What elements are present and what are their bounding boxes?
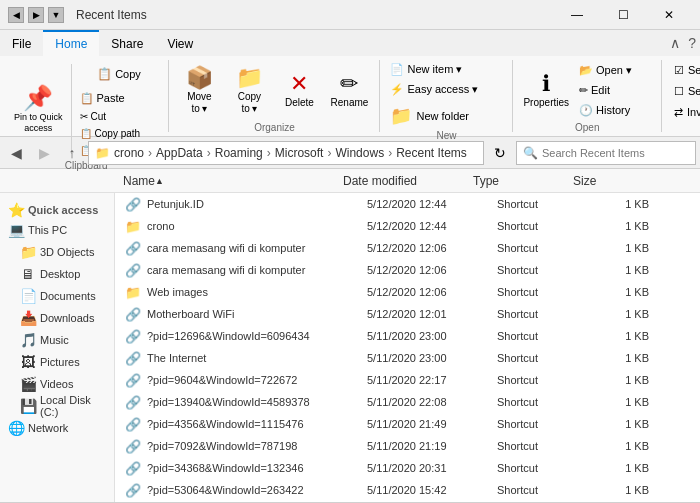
file-date: 5/12/2020 12:06 (367, 286, 497, 298)
crumb-roaming[interactable]: Roaming (215, 146, 263, 160)
ribbon-collapse-icon[interactable]: ∧ (670, 35, 680, 51)
history-button[interactable]: 🕐 History (575, 101, 655, 119)
sidebar-item-quick-access[interactable]: ⭐ Quick access (0, 197, 114, 219)
table-row[interactable]: 🔗 ?pid=9604&WindowId=722672 5/11/2020 22… (115, 369, 700, 391)
open-col: 📂 Open ▾ ✏ Edit 🕐 History (575, 61, 655, 119)
invert-selection-button[interactable]: ⇄ Invert selection (668, 102, 700, 122)
file-icon: 🔗 (123, 329, 143, 344)
file-date: 5/12/2020 12:44 (367, 198, 497, 210)
table-row[interactable]: 🔗 Petunjuk.ID 5/12/2020 12:44 Shortcut 1… (115, 193, 700, 215)
table-row[interactable]: 🔗 ?pid=9356&WindowId=1773090 5/11/2020 1… (115, 501, 700, 502)
minimize-button[interactable]: ― (554, 0, 600, 30)
col-header-name[interactable]: Name ▲ (115, 169, 335, 192)
file-type: Shortcut (497, 440, 597, 452)
up-button[interactable]: ↑ (60, 141, 84, 165)
table-row[interactable]: 🔗 ?pid=13940&WindowId=4589378 5/11/2020 … (115, 391, 700, 413)
crumb-windows[interactable]: Windows (335, 146, 384, 160)
col-header-type[interactable]: Type (465, 169, 565, 192)
3d-objects-label: 3D Objects (40, 246, 94, 258)
properties-button[interactable]: ℹ Properties (519, 60, 573, 120)
table-row[interactable]: 🔗 ?pid=4356&WindowId=1115476 5/11/2020 2… (115, 413, 700, 435)
file-icon: 🔗 (123, 395, 143, 410)
sidebar-item-documents[interactable]: 📄 Documents (0, 285, 114, 307)
select-none-button[interactable]: ☐ Select none (668, 81, 700, 101)
properties-label: Properties (523, 97, 569, 109)
music-label: Music (40, 334, 69, 346)
delete-button[interactable]: ✕ Delete (275, 60, 323, 120)
copy-to-button[interactable]: 📁 Copyto ▾ (225, 60, 273, 120)
table-row[interactable]: 📁 crono 5/12/2020 12:44 Shortcut 1 KB (115, 215, 700, 237)
address-path[interactable]: 📁 crono › AppData › Roaming › Microsoft … (88, 141, 484, 165)
col-header-size[interactable]: Size (565, 169, 625, 192)
cut-button[interactable]: ✂ Cut (76, 108, 163, 124)
downloads-icon: 📥 (20, 310, 36, 326)
edit-button[interactable]: ✏ Edit (575, 81, 655, 99)
move-to-button[interactable]: 📦 Moveto ▾ (175, 60, 223, 120)
crumb-recent[interactable]: Recent Items (396, 146, 467, 160)
new-item-button[interactable]: 📄 New item ▾ (386, 60, 506, 78)
search-box[interactable]: 🔍 (516, 141, 696, 165)
file-name: Web images (147, 286, 367, 298)
forward-button[interactable]: ▶ (32, 141, 56, 165)
tab-share[interactable]: Share (99, 30, 155, 56)
easy-access-label: Easy access ▾ (407, 83, 478, 96)
file-date: 5/12/2020 12:06 (367, 242, 497, 254)
search-input[interactable] (542, 147, 689, 159)
table-row[interactable]: 🔗 cara memasang wifi di komputer 5/12/20… (115, 237, 700, 259)
file-size: 1 KB (597, 418, 657, 430)
sidebar-item-pictures[interactable]: 🖼 Pictures (0, 351, 114, 373)
table-row[interactable]: 🔗 ?pid=7092&WindowId=787198 5/11/2020 21… (115, 435, 700, 457)
easy-access-button[interactable]: ⚡ Easy access ▾ (386, 80, 506, 98)
table-row[interactable]: 🔗 Motherboard WiFi 5/12/2020 12:01 Short… (115, 303, 700, 325)
file-name: ?pid=13940&WindowId=4589378 (147, 396, 367, 408)
copy-button[interactable]: 📋 Copy (76, 60, 163, 88)
sidebar-item-downloads[interactable]: 📥 Downloads (0, 307, 114, 329)
tb-icon-2[interactable]: ▶ (28, 7, 44, 23)
sidebar-item-videos[interactable]: 🎬 Videos (0, 373, 114, 395)
table-row[interactable]: 🔗 ?pid=12696&WindowId=6096434 5/11/2020 … (115, 325, 700, 347)
tb-icon-3[interactable]: ▼ (48, 7, 64, 23)
crumb-appdata[interactable]: AppData (156, 146, 203, 160)
sidebar-item-3d-objects[interactable]: 📁 3D Objects (0, 241, 114, 263)
open-label: Open ▾ (596, 64, 632, 77)
copy-path-button[interactable]: 📋 Copy path (76, 125, 163, 141)
file-icon: 📁 (123, 285, 143, 300)
tb-icon-1[interactable]: ◀ (8, 7, 24, 23)
history-icon: 🕐 (579, 104, 593, 117)
table-row[interactable]: 🔗 ?pid=34368&WindowId=132346 5/11/2020 2… (115, 457, 700, 479)
file-type: Shortcut (497, 484, 597, 496)
close-button[interactable]: ✕ (646, 0, 692, 30)
sidebar-item-local-disk[interactable]: 💾 Local Disk (C:) (0, 395, 114, 417)
file-icon: 🔗 (123, 241, 143, 256)
file-icon: 🔗 (123, 483, 143, 498)
pin-to-quick-access-button[interactable]: 📌 Pin to Quickaccess (10, 79, 67, 139)
tab-view[interactable]: View (155, 30, 205, 56)
tab-file[interactable]: File (0, 30, 43, 56)
sidebar-item-music[interactable]: 🎵 Music (0, 329, 114, 351)
tab-home[interactable]: Home (43, 30, 99, 56)
file-date: 5/11/2020 23:00 (367, 330, 497, 342)
help-icon[interactable]: ? (688, 35, 696, 51)
file-size: 1 KB (597, 352, 657, 364)
table-row[interactable]: 📁 Web images 5/12/2020 12:06 Shortcut 1 … (115, 281, 700, 303)
file-name: The Internet (147, 352, 367, 364)
select-all-button[interactable]: ☑ Select all (668, 60, 700, 80)
rename-button[interactable]: ✏ Rename (325, 60, 373, 120)
sidebar-item-this-pc[interactable]: 💻 This PC (0, 219, 114, 241)
new-folder-button[interactable]: 📁 New folder (386, 104, 473, 128)
paste-button[interactable]: 📋 Paste (76, 89, 163, 107)
sidebar-item-desktop[interactable]: 🖥 Desktop (0, 263, 114, 285)
table-row[interactable]: 🔗 cara memasang wifi di komputer 5/12/20… (115, 259, 700, 281)
refresh-button[interactable]: ↻ (488, 141, 512, 165)
crumb-crono[interactable]: crono (114, 146, 144, 160)
table-row[interactable]: 🔗 The Internet 5/11/2020 23:00 Shortcut … (115, 347, 700, 369)
open-button[interactable]: 📂 Open ▾ (575, 61, 655, 79)
crumb-microsoft[interactable]: Microsoft (275, 146, 324, 160)
col-header-date[interactable]: Date modified (335, 169, 465, 192)
easy-access-icon: ⚡ (390, 83, 404, 96)
maximize-button[interactable]: ☐ (600, 0, 646, 30)
title-bar-icons: ◀ ▶ ▼ (8, 7, 64, 23)
back-button[interactable]: ◀ (4, 141, 28, 165)
sidebar-item-network[interactable]: 🌐 Network (0, 417, 114, 439)
table-row[interactable]: 🔗 ?pid=53064&WindowId=263422 5/11/2020 1… (115, 479, 700, 501)
